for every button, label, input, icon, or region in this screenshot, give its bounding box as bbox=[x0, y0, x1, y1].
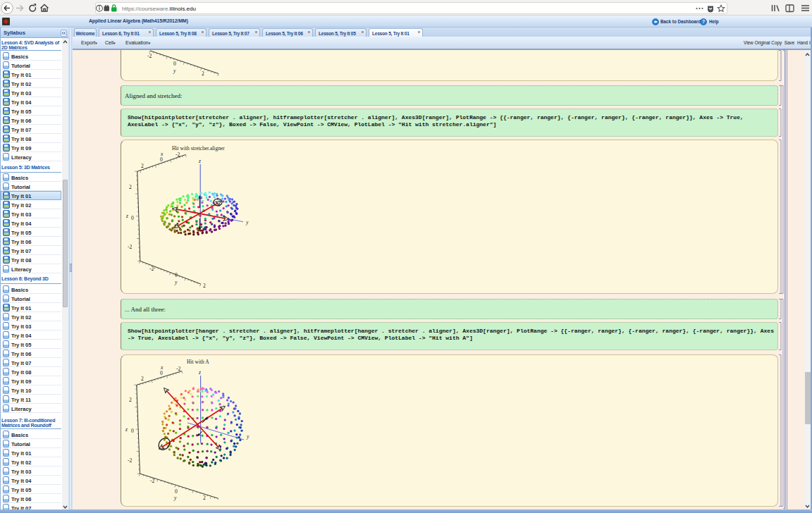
svg-text:z: z bbox=[125, 426, 128, 433]
svg-text:0: 0 bbox=[175, 488, 178, 495]
svg-text:y: y bbox=[173, 495, 177, 501]
svg-text:-2: -2 bbox=[176, 366, 180, 372]
svg-text:0: 0 bbox=[131, 428, 134, 434]
svg-text:2: 2 bbox=[203, 495, 206, 501]
svg-text:-2: -2 bbox=[150, 478, 154, 484]
svg-text:0: 0 bbox=[160, 370, 163, 376]
svg-text:y: y bbox=[246, 433, 250, 440]
svg-text:z: z bbox=[198, 369, 201, 376]
svg-text:Hit with A: Hit with A bbox=[187, 359, 209, 365]
svg-text:2: 2 bbox=[141, 376, 144, 382]
svg-text:2: 2 bbox=[129, 397, 132, 403]
svg-text:-2: -2 bbox=[128, 457, 132, 464]
